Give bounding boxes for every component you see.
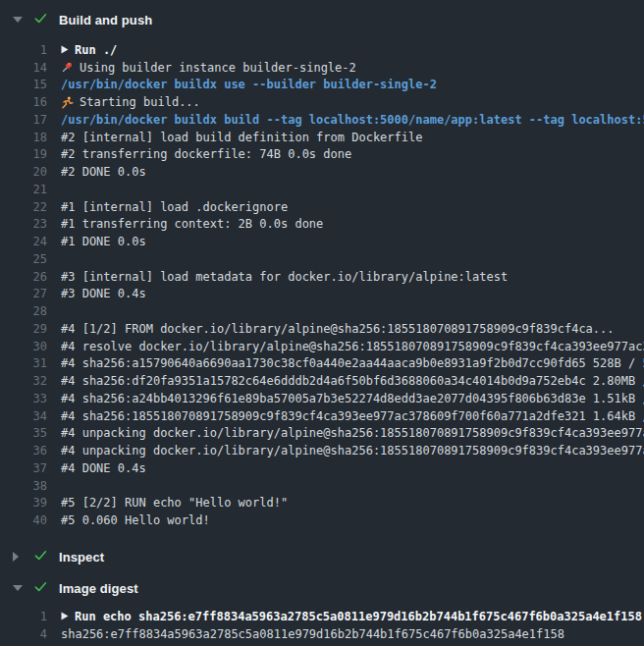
log-line: 29#4 [1/2] FROM docker.io/library/alpine… [0,320,644,338]
line-text: #4 sha256:df20fa9351a15782c64e6dddb2d4a6… [61,374,644,388]
line-number[interactable]: 21 [0,183,47,196]
line-text-content: /usr/bin/docker buildx build --tag local… [61,113,644,127]
line-number[interactable]: 33 [0,392,47,405]
line-number[interactable]: 20 [0,165,47,179]
log-line: 23#1 transferring context: 2B 0.0s done [0,216,644,234]
line-number[interactable]: 34 [0,409,47,423]
line-text-content: #4 unpacking docker.io/library/alpine@sh… [61,426,644,440]
actions-log-viewer: Build and push1Run ./14Using builder ins… [0,0,644,646]
line-text: #4 DONE 0.4s [61,461,644,475]
line-number[interactable]: 35 [0,426,47,440]
line-number[interactable]: 23 [0,217,47,231]
line-number[interactable]: 36 [0,444,47,458]
line-text: /usr/bin/docker buildx use --builder bui… [61,78,644,91]
line-text-content: #4 resolve docker.io/library/alpine@sha2… [61,340,644,353]
log-line: 20#2 DONE 0.0s [0,163,644,181]
line-number[interactable]: 39 [0,496,47,510]
step-header-inspect[interactable]: Inspect [0,545,644,568]
chevron-right-icon [13,552,23,562]
log-line: 36#4 unpacking docker.io/library/alpine@… [0,442,644,459]
step-title: Build and push [59,13,152,27]
check-icon [33,11,48,29]
log-line: 28 [0,302,644,320]
line-number[interactable]: 31 [0,356,47,370]
line-text-content: #3 DONE 0.4s [61,287,146,300]
line-text: #2 DONE 0.0s [61,165,644,179]
line-text-content: sha256:e7ff8834a5963a2785c5a0811e979d16b… [61,627,564,641]
line-number[interactable]: 1 [0,43,47,57]
line-text: #3 [internal] load metadata for docker.i… [61,270,644,284]
status-success-badge [33,581,48,596]
line-text: #4 sha256:185518070891758909c9f839cf4ca3… [61,409,644,423]
line-number[interactable]: 15 [0,78,47,91]
line-text: Run ./ [61,43,644,57]
line-number[interactable]: 22 [0,200,47,214]
line-number[interactable]: 18 [0,131,47,144]
line-text: Starting build... [61,95,644,109]
line-number[interactable]: 1 [0,610,47,623]
log-line: 39#5 [2/2] RUN echo "Hello world!" [0,495,644,512]
chevron-down-icon [13,17,23,23]
status-success-badge [33,550,48,565]
line-number[interactable]: 40 [0,513,47,527]
line-number[interactable]: 16 [0,95,47,109]
log-line: 21 [0,181,644,198]
check-icon [33,548,48,566]
line-text: #5 [2/2] RUN echo "Hello world!" [61,496,644,510]
expand-arrow-icon[interactable] [61,612,69,620]
log-line: 34#4 sha256:185518070891758909c9f839cf4c… [0,407,644,425]
line-text-content: #5 0.060 Hello world! [61,513,210,527]
line-text-content: #4 sha256:185518070891758909c9f839cf4ca3… [61,409,644,423]
line-text-content: Run echo sha256:e7ff8834a5963a2785c5a081… [75,610,642,623]
log-lines-block: 1Run ./14Using builder instance builder-… [0,31,644,537]
line-text-content: Run ./ [75,43,117,57]
line-number[interactable]: 28 [0,304,47,318]
line-number[interactable]: 4 [0,627,47,641]
log-line: 24#1 DONE 0.0s [0,233,644,250]
log-line: 37#4 DONE 0.4s [0,459,644,477]
log-line: 38 [0,477,644,495]
line-number[interactable]: 32 [0,374,47,388]
line-text: Run echo sha256:e7ff8834a5963a2785c5a081… [61,610,644,623]
line-number[interactable]: 25 [0,252,47,266]
line-text-content: #4 sha256:a24bb4013296f61e89ba57005a7b3e… [61,392,644,405]
log-line: 15/usr/bin/docker buildx use --builder b… [0,77,644,94]
log-line: 31#4 sha256:a15790640a6690aa1730c38cf0a4… [0,355,644,373]
line-text-content: #2 transferring dockerfile: 74B 0.0s don… [61,147,351,161]
line-number[interactable]: 19 [0,147,47,161]
log-lines-block: 1Run echo sha256:e7ff8834a5963a2785c5a08… [0,600,644,643]
line-text: #2 transferring dockerfile: 74B 0.0s don… [61,147,644,161]
check-icon [33,579,48,598]
line-text: #3 DONE 0.4s [61,287,644,300]
line-text-content: #5 [2/2] RUN echo "Hello world!" [61,496,288,510]
log-line: 35#4 unpacking docker.io/library/alpine@… [0,425,644,443]
line-number[interactable]: 29 [0,322,47,336]
line-text-content: #1 transferring context: 2B 0.0s done [61,217,323,231]
line-text-content: #1 DONE 0.0s [61,235,146,248]
line-text-content: #2 DONE 0.0s [61,165,146,179]
line-number[interactable]: 24 [0,235,47,248]
line-text-content: /usr/bin/docker buildx use --builder bui… [61,78,437,91]
line-number[interactable]: 38 [0,479,47,493]
line-number[interactable]: 37 [0,461,47,475]
line-text: sha256:e7ff8834a5963a2785c5a0811e979d16b… [61,627,644,641]
step-title: Inspect [59,550,104,565]
line-text-content: #1 [internal] load .dockerignore [61,200,288,214]
log-line: 26#3 [internal] load metadata for docker… [0,268,644,286]
step-header-image-digest[interactable]: Image digest [0,576,644,600]
log-line: 1Run echo sha256:e7ff8834a5963a2785c5a08… [0,608,644,625]
log-line: 25 [0,250,644,268]
step-header-build-and-push[interactable]: Build and push [0,8,644,31]
line-text-content: #4 sha256:df20fa9351a15782c64e6dddb2d4a6… [61,374,644,388]
log-line: 16Starting build... [0,93,644,111]
line-number[interactable]: 17 [0,113,47,127]
expand-arrow-icon[interactable] [61,45,69,54]
runner-icon [61,96,74,109]
log-line: 27#3 DONE 0.4s [0,286,644,303]
log-line: 22#1 [internal] load .dockerignore [0,198,644,216]
line-number[interactable]: 30 [0,340,47,353]
line-number[interactable]: 27 [0,287,47,300]
line-number[interactable]: 14 [0,61,47,75]
line-number[interactable]: 26 [0,270,47,284]
log-line: 18#2 [internal] load build definition fr… [0,129,644,146]
